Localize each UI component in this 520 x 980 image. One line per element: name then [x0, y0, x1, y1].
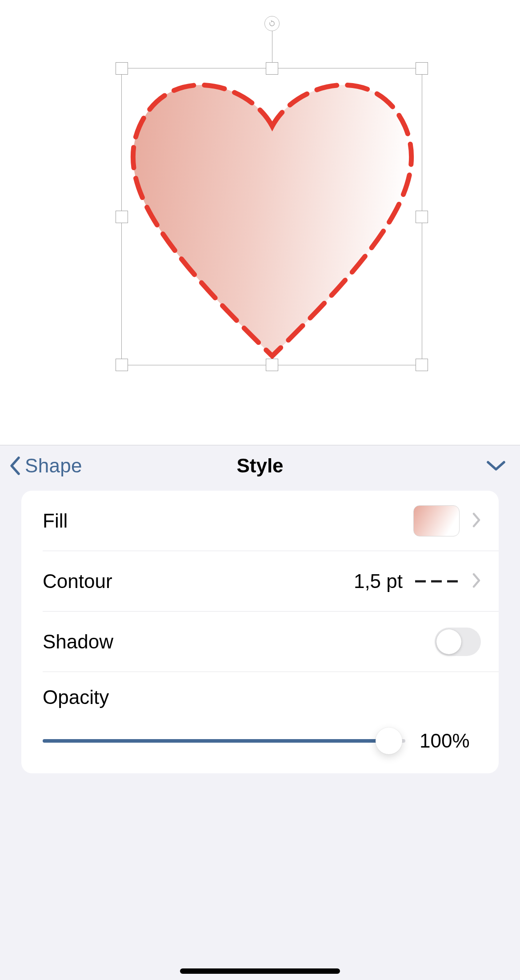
slider-knob[interactable]	[376, 728, 402, 754]
slider-fill	[43, 739, 389, 743]
contour-style-preview	[415, 575, 460, 588]
resize-handle-top-middle[interactable]	[266, 62, 278, 75]
rotate-icon	[268, 20, 276, 28]
chevron-right-icon	[472, 512, 481, 529]
resize-handle-top-left[interactable]	[116, 62, 128, 75]
opacity-value: 100%	[420, 730, 477, 752]
chevron-right-icon	[472, 573, 481, 590]
contour-value: 1,5 pt	[354, 570, 403, 592]
back-button[interactable]: Shape	[9, 455, 82, 477]
back-label: Shape	[25, 455, 82, 477]
opacity-row: Opacity 100%	[21, 672, 499, 773]
opacity-slider[interactable]	[43, 739, 405, 743]
resize-handle-middle-right[interactable]	[416, 211, 428, 223]
resize-handle-middle-left[interactable]	[116, 211, 128, 223]
rotation-handle[interactable]	[264, 16, 280, 31]
resize-handle-bottom-right[interactable]	[416, 359, 428, 371]
collapse-button[interactable]	[486, 460, 506, 472]
panel-title: Style	[236, 455, 283, 477]
chevron-down-icon	[486, 460, 506, 472]
heart-shape[interactable]	[120, 66, 425, 368]
opacity-label: Opacity	[43, 686, 477, 708]
canvas-area[interactable]	[0, 0, 520, 445]
resize-handle-bottom-middle[interactable]	[266, 359, 278, 371]
resize-handle-bottom-left[interactable]	[116, 359, 128, 371]
fill-label: Fill	[43, 510, 413, 532]
fill-swatch	[413, 505, 460, 536]
shape-selection-box[interactable]	[121, 68, 422, 365]
shadow-row: Shadow	[21, 612, 499, 672]
fill-row[interactable]: Fill	[21, 491, 499, 551]
panel-header: Shape Style	[0, 445, 520, 486]
switch-knob	[436, 629, 461, 654]
shadow-toggle[interactable]	[435, 628, 481, 656]
home-indicator[interactable]	[180, 968, 340, 974]
style-settings-card: Fill Contour 1,5 pt Shadow Opaci	[21, 491, 499, 773]
contour-label: Contour	[43, 570, 354, 592]
contour-row[interactable]: Contour 1,5 pt	[21, 551, 499, 612]
shadow-label: Shadow	[43, 631, 435, 653]
resize-handle-top-right[interactable]	[416, 62, 428, 75]
chevron-left-icon	[9, 456, 21, 476]
